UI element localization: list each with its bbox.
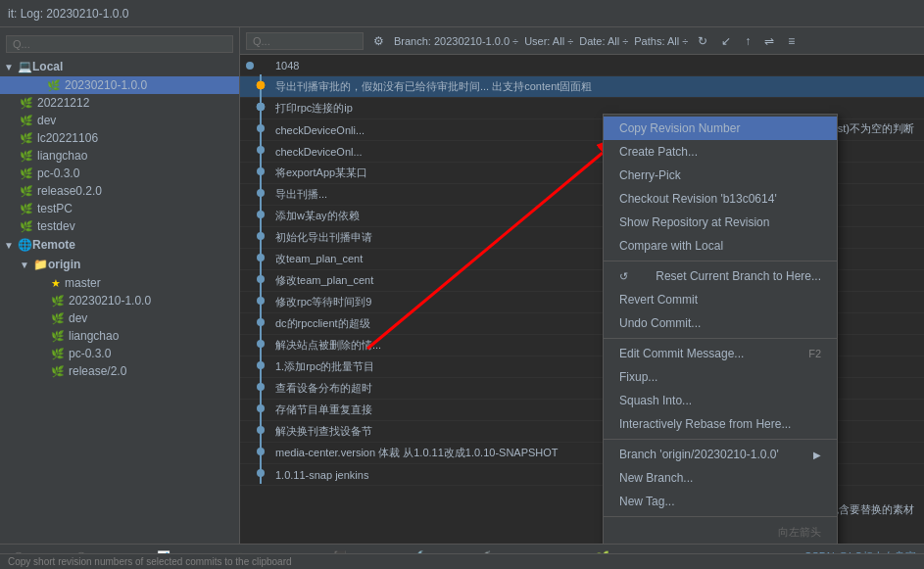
svg-point-37 xyxy=(257,469,265,477)
commit-graph xyxy=(246,462,275,487)
sidebar-item-dev[interactable]: 🌿 dev xyxy=(0,112,239,129)
fetch-button[interactable]: ↙ xyxy=(717,32,735,50)
menu-item-branch-submenu[interactable]: Branch 'origin/20230210-1.0.0' ▶ xyxy=(604,443,837,466)
branch-icon: 🌿 xyxy=(51,295,65,308)
branch-icon: 🌿 xyxy=(20,150,33,163)
child-commit-direction: 向左箭头 xyxy=(778,525,821,540)
branch-label: 20230210-1.0.0 xyxy=(69,294,151,308)
menu-item-label: Cherry-Pick xyxy=(619,168,681,182)
menu-item-undo[interactable]: Undo Commit... xyxy=(604,311,837,335)
menu-item-reset-branch[interactable]: ↺ Reset Current Branch to Here... xyxy=(604,264,837,288)
menu-item-edit-message[interactable]: Edit Commit Message... F2 xyxy=(604,342,837,365)
sidebar-item-20221212[interactable]: 🌿 20221212 xyxy=(0,94,239,112)
hint-bar: Copy short revision numbers of selected … xyxy=(0,553,924,569)
sidebar-item-remote-liangchao[interactable]: 🌿 liangchao xyxy=(0,327,239,345)
sidebar-item-release0.2.0[interactable]: 🌿 release0.2.0 xyxy=(0,182,239,200)
menu-item-label: Compare with Local xyxy=(619,239,723,253)
branch-label: liangchao xyxy=(37,149,87,163)
table-row[interactable]: 1048 xyxy=(240,55,924,76)
menu-separator xyxy=(604,516,837,517)
svg-point-9 xyxy=(257,167,265,175)
branch-icon: 🌿 xyxy=(20,185,33,198)
menu-item-label: Undo Commit... xyxy=(619,316,701,330)
svg-point-19 xyxy=(257,275,265,283)
push-button[interactable]: ↑ xyxy=(741,32,754,50)
svg-point-35 xyxy=(257,448,265,455)
toolbar-search-input[interactable] xyxy=(246,32,364,50)
branch-icon: 🌿 xyxy=(51,312,65,325)
sidebar: ▼ 💻 Local 🌿 20230210-1.0.0 🌿 20221212 🌿 … xyxy=(0,27,240,544)
sidebar-item-testPC[interactable]: 🌿 testPC xyxy=(0,200,239,217)
menu-item-create-patch[interactable]: Create Patch... xyxy=(604,140,837,164)
hint-text: Copy short revision numbers of selected … xyxy=(8,556,292,567)
menu-item-rebase[interactable]: Interactively Rebase from Here... xyxy=(604,412,837,436)
menu-item-squash[interactable]: Squash Into... xyxy=(604,389,837,412)
menu-item-checkout[interactable]: Checkout Revision 'b13c0614' xyxy=(604,187,837,211)
menu-separator xyxy=(604,439,837,440)
local-section-header[interactable]: ▼ 💻 Local xyxy=(0,57,239,76)
svg-point-11 xyxy=(257,189,265,197)
branch-icon: 🌿 xyxy=(20,97,33,110)
table-row[interactable]: 导出刊播审批的，假如没有已给待审批时间... 出支持content固面粗 xyxy=(240,76,924,98)
menu-item-new-branch[interactable]: New Branch... xyxy=(604,466,837,490)
menu-item-label: Interactively Rebase from Here... xyxy=(619,417,791,431)
sidebar-item-testdev[interactable]: 🌿 testdev xyxy=(0,217,239,235)
menu-item-label: Revert Commit xyxy=(619,293,698,307)
commit-list[interactable]: 1048 导出刊播审批的，假如没有已给待审批时间... 出支持content固面… xyxy=(240,55,924,544)
paths-filter-label[interactable]: Paths: All ÷ xyxy=(634,35,688,47)
branch-icon: 🌿 xyxy=(20,115,33,127)
svg-point-29 xyxy=(257,383,265,391)
menu-item-compare-local[interactable]: Compare with Local xyxy=(604,234,837,258)
remote-icon: 🌐 xyxy=(18,238,32,252)
branch-icon: 🌿 xyxy=(20,132,33,145)
shortcut-f2: F2 xyxy=(808,348,821,359)
menu-separator xyxy=(604,261,837,261)
sidebar-item-remote-pc-0.3.0[interactable]: 🌿 pc-0.3.0 xyxy=(0,345,239,362)
commit-dot xyxy=(246,62,254,70)
menu-item-label: Branch 'origin/20230210-1.0.0' xyxy=(619,448,779,461)
reset-icon: ↺ xyxy=(619,270,628,283)
sidebar-search-container xyxy=(0,31,239,57)
merge-button[interactable]: ⇌ xyxy=(760,32,778,50)
sidebar-item-20230210-1.0.0[interactable]: 🌿 20230210-1.0.0 xyxy=(0,76,239,94)
svg-point-17 xyxy=(257,254,265,261)
menu-item-cherry-pick[interactable]: Cherry-Pick xyxy=(604,164,837,187)
branch-label: pc-0.3.0 xyxy=(69,347,111,360)
sidebar-item-pc-0.3.0[interactable]: 🌿 pc-0.3.0 xyxy=(0,165,239,182)
settings-button[interactable]: ⚙ xyxy=(369,32,388,50)
sidebar-item-remote-dev[interactable]: 🌿 dev xyxy=(0,309,239,327)
svg-point-15 xyxy=(257,232,265,240)
svg-point-31 xyxy=(257,404,265,412)
sidebar-item-remote-release[interactable]: 🌿 release/2.0 xyxy=(0,362,239,380)
sidebar-item-remote-20230210[interactable]: 🌿 20230210-1.0.0 xyxy=(0,292,239,309)
more-button[interactable]: ≡ xyxy=(784,32,799,50)
commit-message: 导出刊播审批的，假如没有已给待审批时间... 出支持content固面粗 xyxy=(275,79,918,94)
remote-expand-arrow: ▼ xyxy=(4,240,18,251)
branch-label: liangchao xyxy=(69,329,119,343)
sidebar-item-liangchao[interactable]: 🌿 liangchao xyxy=(0,147,239,165)
menu-item-new-tag[interactable]: New Tag... xyxy=(604,490,837,513)
menu-item-revert[interactable]: Revert Commit xyxy=(604,288,837,311)
branch-icon: 🌿 xyxy=(20,203,33,215)
branch-label: testdev xyxy=(37,219,75,233)
branch-label: release/2.0 xyxy=(69,364,126,378)
menu-item-copy-revision[interactable]: Copy Revision Number xyxy=(604,117,837,140)
svg-point-1 xyxy=(257,81,265,89)
branch-filter-label[interactable]: Branch: 20230210-1.0.0 ÷ xyxy=(394,35,518,47)
origin-header[interactable]: ▼ 📁 origin xyxy=(0,255,239,274)
remote-section-header[interactable]: ▼ 🌐 Remote xyxy=(0,235,239,255)
menu-item-label: Fixup... xyxy=(619,370,657,384)
sidebar-item-lc20221106[interactable]: 🌿 lc20221106 xyxy=(0,129,239,147)
menu-item-fixup[interactable]: Fixup... xyxy=(604,365,837,389)
user-filter-label[interactable]: User: All ÷ xyxy=(524,35,573,47)
branch-icon: 🌿 xyxy=(51,330,65,343)
sidebar-item-remote-master[interactable]: ★ master xyxy=(0,274,239,292)
refresh-button[interactable]: ↻ xyxy=(694,32,711,50)
date-filter-label[interactable]: Date: All ÷ xyxy=(579,35,628,47)
toolbar: ⚙ Branch: 20230210-1.0.0 ÷ User: All ÷ D… xyxy=(240,27,924,55)
menu-item-show-repo[interactable]: Show Repository at Revision xyxy=(604,211,837,234)
branch-icon: 🌿 xyxy=(51,365,65,378)
branch-label: release0.2.0 xyxy=(37,184,102,198)
svg-point-3 xyxy=(257,103,265,111)
sidebar-search-input[interactable] xyxy=(6,35,233,53)
